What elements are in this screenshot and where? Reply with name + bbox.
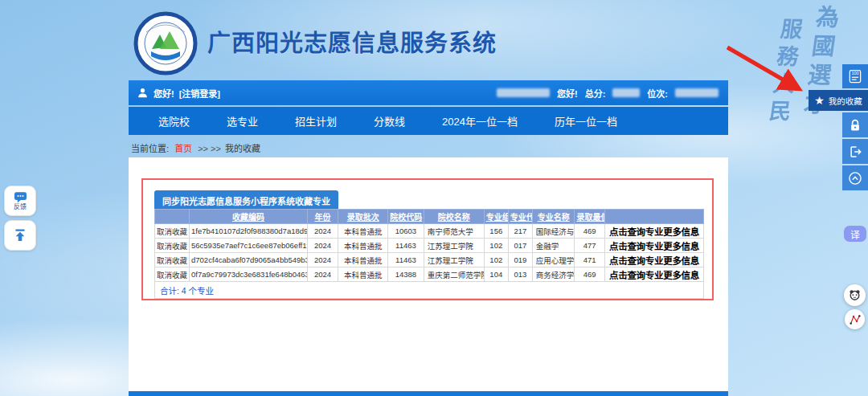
masked-total-score <box>612 88 640 97</box>
table-row: 取消收藏 56c5935e7aef7c1c6ee87eb06eff1f6d 20… <box>155 239 704 253</box>
breadcrumb-current: 我的收藏 <box>225 144 260 153</box>
more-info-link[interactable]: 点击查询专业更多信息 <box>605 253 704 267</box>
major-name-cell: 商务经济学 <box>532 267 575 282</box>
user-bar: 您好! [注销登录] 您好! 总分: 位次: <box>129 80 728 105</box>
collapse-rail-button[interactable] <box>842 165 868 190</box>
school-name-cell: 南宁师范大学 <box>424 224 484 239</box>
total-label: 合计: 4 个专业 <box>155 282 704 299</box>
my-favorites-label: 我的收藏 <box>829 95 862 107</box>
column-header: 年份 <box>307 210 338 224</box>
cancel-favorite-link[interactable]: 取消收藏 <box>155 224 190 239</box>
major-name-cell: 国际经济与贸易 <box>532 224 575 239</box>
column-header: 录取最低分 <box>575 210 605 224</box>
favorite-code-cell: d702cf4caba6f07d9065a4bb549b34a9 <box>190 253 308 267</box>
chevron-up-circle-icon <box>847 170 863 186</box>
page: 為國選才 服務人民 广西阳光志愿信息服务系统 您好! [注销登录] 您好! 总分… <box>0 0 868 396</box>
feedback-label: 反馈 <box>14 204 27 210</box>
column-header: 专业代号 <box>508 210 532 224</box>
favorite-code-cell: 56c5935e7aef7c1c6ee87eb06eff1f6d <box>190 239 308 253</box>
more-info-link[interactable]: 点击查询专业更多信息 <box>605 267 704 282</box>
translate-badge[interactable]: 译 <box>844 226 866 242</box>
column-header: 专业组 <box>484 210 508 224</box>
nav-item-3[interactable]: 招生计划 <box>276 113 355 129</box>
column-header <box>605 210 704 224</box>
page-title: 广西阳光志愿信息服务系统 <box>207 24 497 58</box>
min-score-cell: 477 <box>575 239 605 253</box>
panda-icon <box>848 288 862 302</box>
rank-label: 位次: <box>647 87 668 100</box>
score-sheet-icon: 100 <box>847 68 863 84</box>
nav-item-6[interactable]: 历年一位一档 <box>536 113 636 129</box>
major-code-cell: 013 <box>508 267 532 282</box>
nav-item-4[interactable]: 分数线 <box>355 113 424 129</box>
more-info-link[interactable]: 点击查询专业更多信息 <box>605 224 704 239</box>
arrow-up-icon <box>12 227 28 243</box>
admission-batch-cell: 本科普通批 <box>338 253 388 267</box>
my-favorites-button[interactable]: ★ 我的收藏 <box>809 90 868 111</box>
feedback-button[interactable]: 反馈 <box>4 186 36 216</box>
logout-rail-button[interactable] <box>842 139 868 164</box>
year-cell: 2024 <box>307 239 338 253</box>
major-code-cell: 217 <box>508 224 532 239</box>
column-header: 收藏编码 <box>190 210 308 224</box>
back-to-top-button[interactable] <box>4 220 36 251</box>
major-group-cell: 102 <box>484 253 508 267</box>
admission-batch-cell: 本科普通批 <box>338 267 388 282</box>
min-score-cell: 469 <box>575 224 605 239</box>
cancel-favorite-link[interactable]: 取消收藏 <box>155 253 190 267</box>
cancel-favorite-link[interactable]: 取消收藏 <box>155 267 190 282</box>
greeting-text: 您好! <box>154 87 174 100</box>
footer-bar <box>129 391 728 396</box>
chat-bubble-icon <box>13 191 28 203</box>
total-score-label: 总分: <box>585 87 606 100</box>
breadcrumb-separator: >> >> <box>198 144 221 153</box>
column-header: 院校名称 <box>424 210 484 224</box>
score-sheet-button[interactable]: 100 <box>842 64 868 88</box>
admission-batch-cell: 本科普通批 <box>338 239 388 253</box>
network-graph-icon <box>849 313 862 326</box>
extension-panda-button[interactable] <box>844 284 866 306</box>
min-score-cell: 469 <box>575 267 605 282</box>
admission-batch-cell: 本科普通批 <box>338 224 388 239</box>
favorites-highlight-box: 同步阳光志愿信息服务小程序系统收藏专业 收藏编码年份录取批次院校代码院校名称专业… <box>141 178 714 300</box>
table-row: 取消收藏 0f7a9c79973dc3e6831fe648b0463889 20… <box>155 267 704 282</box>
column-header <box>155 210 190 224</box>
major-group-cell: 156 <box>484 224 508 239</box>
school-code-cell: 11463 <box>388 239 424 253</box>
major-group-cell: 104 <box>484 267 508 282</box>
column-header: 专业名称 <box>532 210 575 224</box>
table-header-row: 收藏编码年份录取批次院校代码院校名称专业组专业代号专业名称录取最低分 <box>155 210 704 224</box>
cancel-favorite-link[interactable]: 取消收藏 <box>155 239 190 253</box>
school-code-cell: 11463 <box>388 253 424 267</box>
major-name-cell: 应用心理学 <box>532 253 575 267</box>
favorites-table: 收藏编码年份录取批次院校代码院校名称专业组专业代号专业名称录取最低分 取消收藏 … <box>154 209 704 299</box>
site-logo-emblem <box>133 11 198 76</box>
table-total-row: 合计: 4 个专业 <box>155 282 704 299</box>
table-row: 取消收藏 1fe7b410107d2f0f988380d7a18d96ee 20… <box>155 224 704 239</box>
favorite-code-cell: 0f7a9c79973dc3e6831fe648b0463889 <box>190 267 308 282</box>
breadcrumb-home-link[interactable]: 首页 <box>174 144 192 153</box>
lock-button[interactable] <box>842 112 868 137</box>
more-info-link[interactable]: 点击查询专业更多信息 <box>605 239 704 253</box>
extension-graph-button[interactable] <box>845 309 865 329</box>
min-score-cell: 471 <box>575 253 605 267</box>
masked-user-name <box>497 88 550 97</box>
nav-item-2[interactable]: 选专业 <box>208 113 276 129</box>
major-code-cell: 017 <box>508 239 532 253</box>
greeting-right-text: 您好! <box>557 87 578 100</box>
major-name-cell: 金融学 <box>532 239 575 253</box>
nav-item-5[interactable]: 2024年一位一档 <box>424 113 536 129</box>
breadcrumb-label: 当前位置: <box>131 144 169 153</box>
year-cell: 2024 <box>307 224 338 239</box>
exit-icon <box>848 145 862 159</box>
breadcrumb: 当前位置: 首页 >> >> 我的收藏 <box>131 141 260 154</box>
table-row: 取消收藏 d702cf4caba6f07d9065a4bb549b34a9 20… <box>155 253 704 267</box>
school-code-cell: 10603 <box>388 224 424 239</box>
nav-item-1[interactable]: 选院校 <box>140 113 208 129</box>
svg-text:100: 100 <box>851 71 858 76</box>
favorite-code-cell: 1fe7b410107d2f0f988380d7a18d96ee <box>190 224 308 239</box>
column-header: 院校代码 <box>388 210 424 224</box>
logout-link[interactable]: [注销登录] <box>179 87 220 100</box>
year-cell: 2024 <box>307 267 338 282</box>
school-name-cell: 江苏理工学院 <box>424 253 484 267</box>
